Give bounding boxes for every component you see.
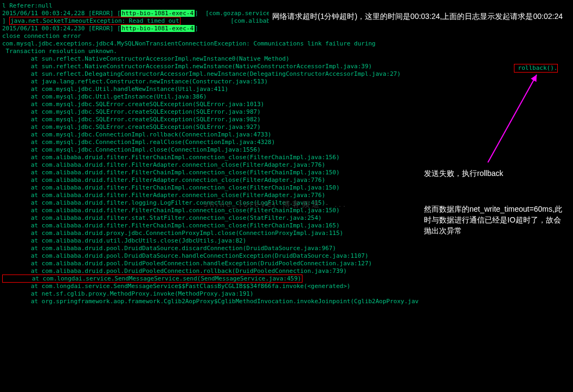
stack-frame: at java.lang.reflect.Constructor.newInst… — [2, 78, 573, 86]
stack-frame: at net.sf.cglib.proxy.MethodProxy.invoke… — [2, 290, 573, 298]
stack-frame: at sun.reflect.NativeConstructorAccessor… — [2, 63, 573, 70]
log-line: 2015/06/11 00:03:24,230 [ERROR] [http-bi… — [2, 25, 573, 32]
stack-frame: at com.longdai.service.SendMessageServic… — [2, 283, 573, 290]
stack-frame: at sun.reflect.DelegatingConstructorAcce… — [2, 70, 573, 78]
stack-frame: at com.alibaba.druid.filter.FilterChainI… — [2, 184, 573, 192]
stack-frame: at com.alibaba.druid.pool.DruidPooledCon… — [2, 267, 573, 275]
stack-frame: at com.alibaba.druid.filter.FilterAdapte… — [2, 192, 573, 199]
stack-frame: at com.mysql.jdbc.SQLError.createSQLExce… — [2, 101, 573, 108]
timestamp: 2015/06/11 00:03:24,230 [ERROR] [ — [2, 25, 121, 32]
stack-frame: at com.alibaba.druid.pool.DruidPooledCon… — [2, 260, 573, 267]
watermark-text: shine_forever 博客频道 - ... — [204, 200, 347, 208]
stack-frame: at com.mysql.jdbc.ConnectionImpl.close(C… — [2, 146, 573, 154]
stack-frame: at com.alibaba.druid.filter.FilterChainI… — [2, 154, 573, 161]
thread-badge: http-bio-1081-exec-4 — [121, 25, 195, 32]
stack-frame: at com.longdai.service.SendMessageServic… — [2, 275, 573, 283]
stack-frame: at com.alibaba.druid.pool.DruidDataSourc… — [2, 252, 573, 260]
log-text: ] — [2, 17, 9, 24]
stack-frame: at com.mysql.jdbc.ConnectionImpl.rollbac… — [2, 131, 573, 139]
annotation-netwrite: 然而数据库的net_write_timeout=60ms,此时与数据进行通信已经… — [421, 201, 568, 238]
log-line: com.mysql.jdbc.exceptions.jdbc4.MySQLNon… — [2, 40, 573, 48]
timestamp: 2015/06/11 00:03:24,228 [ERROR] [ — [2, 10, 121, 17]
log-line: Transaction resolution unknown. — [2, 48, 573, 55]
highlighted-service-frame: at com.longdai.service.SendMessageServic… — [2, 275, 302, 283]
stack-frame: at com.alibaba.druid.pool.DruidDataSourc… — [2, 245, 573, 252]
stack-frame: at org.springframework.aop.framework.Cgl… — [2, 298, 573, 305]
stack-frame: at com.mysql.jdbc.ConnectionImpl.realClo… — [2, 139, 573, 146]
stack-frame: at sun.reflect.NativeConstructorAccessor… — [2, 55, 573, 63]
stack-frame: at com.mysql.jdbc.Util.handleNewInstance… — [2, 86, 573, 93]
log-text: com.mysql.jdbc.exceptions.jdbc4.MySQLNon… — [2, 40, 376, 47]
stack-frame: at com.mysql.jdbc.Util.getInstance(Util.… — [2, 93, 573, 101]
log-line: close connection error — [2, 32, 573, 40]
highlighted-rollback: rollback(). — [514, 64, 558, 73]
stack-frame: at com.mysql.jdbc.SQLError.createSQLExce… — [2, 123, 573, 131]
highlighted-exception: java.net.SocketTimeoutException: Read ti… — [9, 17, 180, 25]
stack-frame: at com.mysql.jdbc.SQLError.createSQLExce… — [2, 116, 573, 123]
log-text: ] — [195, 10, 205, 17]
log-text: ] — [195, 25, 198, 32]
stack-frame: at com.mysql.jdbc.SQLError.createSQLExce… — [2, 108, 573, 116]
annotation-rollback: 发送失败，执行rollback — [421, 166, 568, 181]
thread-badge: http-bio-1081-exec-4 — [121, 10, 195, 17]
stack-frame: at com.alibaba.druid.util.JdbcUtils.clos… — [2, 237, 573, 245]
annotation-timeout: 网络请求超时(1分钟超时)，这里的时间是00:03:24,上面的日志显示发起请求… — [269, 9, 572, 24]
